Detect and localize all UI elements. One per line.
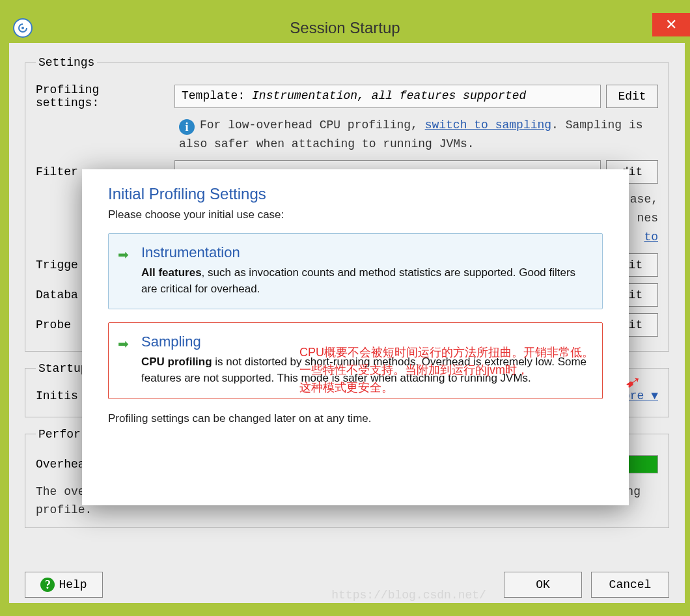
edit-profiling-button[interactable]: Edit xyxy=(606,85,658,108)
option-instrumentation-title: Instrumentation xyxy=(141,244,590,261)
help-icon: ? xyxy=(40,578,55,592)
option-instrumentation-strong: All features xyxy=(141,266,202,279)
help-label: Help xyxy=(59,578,87,591)
arrow-icon xyxy=(118,336,132,350)
option-sampling-title: Sampling xyxy=(141,333,590,350)
switch-to-sampling-link[interactable]: switch to sampling xyxy=(425,119,551,132)
option-sampling[interactable]: Sampling CPU profiling is not distorted … xyxy=(108,322,603,399)
settings-legend: Settings xyxy=(36,56,97,69)
info-icon: i xyxy=(179,119,195,135)
arrow-icon xyxy=(118,247,132,261)
initial-profiling-modal: Initial Profiling Settings Please choose… xyxy=(82,169,629,505)
profiling-settings-field: Template: Instrumentation, all features … xyxy=(174,85,601,108)
app-icon xyxy=(13,18,33,38)
performance-legend: Perfor xyxy=(36,428,83,441)
option-sampling-strong: CPU profiling xyxy=(141,356,212,368)
svg-point-0 xyxy=(21,27,24,29)
cancel-button[interactable]: Cancel xyxy=(591,572,669,598)
ok-button[interactable]: OK xyxy=(504,572,582,598)
window-title: Session Startup xyxy=(290,19,400,37)
profiling-settings-label: Profiling settings: xyxy=(36,83,169,109)
help-button[interactable]: ? Help xyxy=(25,572,103,598)
close-button[interactable]: ✕ xyxy=(652,13,690,36)
modal-footer: Profiling settings can be changed later … xyxy=(108,412,603,425)
option-instrumentation-rest: , such as invocation counts and method s… xyxy=(141,266,575,295)
option-instrumentation[interactable]: Instrumentation All features, such as in… xyxy=(108,233,603,309)
watermark: https://blog.csdn.net/ xyxy=(331,589,486,602)
modal-title: Initial Profiling Settings xyxy=(108,185,603,203)
template-value: Instrumentation, all features supported xyxy=(252,89,526,102)
modal-subtitle: Please choose your initial use case: xyxy=(108,208,603,221)
hint-prefix: For low-overhead CPU profiling, xyxy=(200,119,425,132)
template-prefix: Template: xyxy=(182,89,252,102)
filter-hint-link[interactable]: to xyxy=(644,231,658,244)
